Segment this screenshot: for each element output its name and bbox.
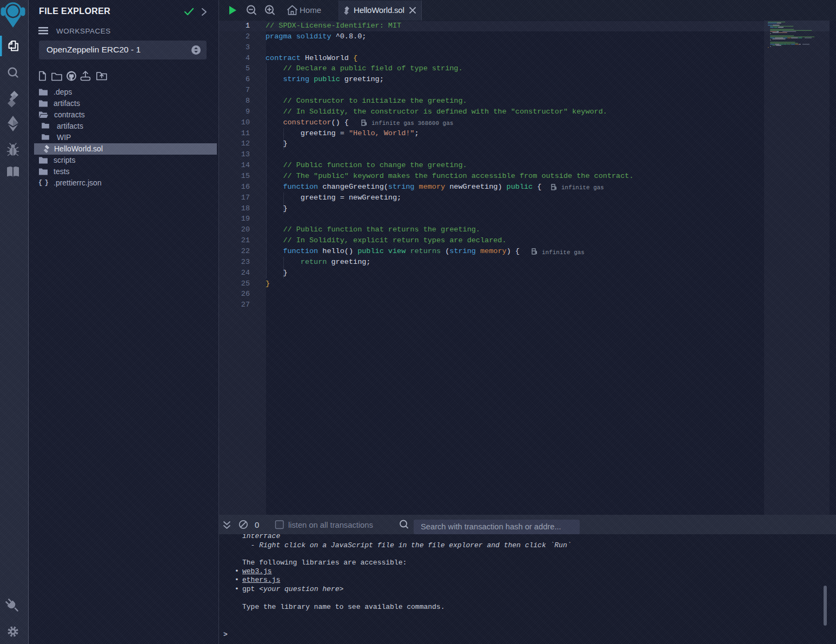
svg-text:listen on all transactions: listen on all transactions <box>288 521 373 529</box>
svg-text:0: 0 <box>255 520 259 529</box>
